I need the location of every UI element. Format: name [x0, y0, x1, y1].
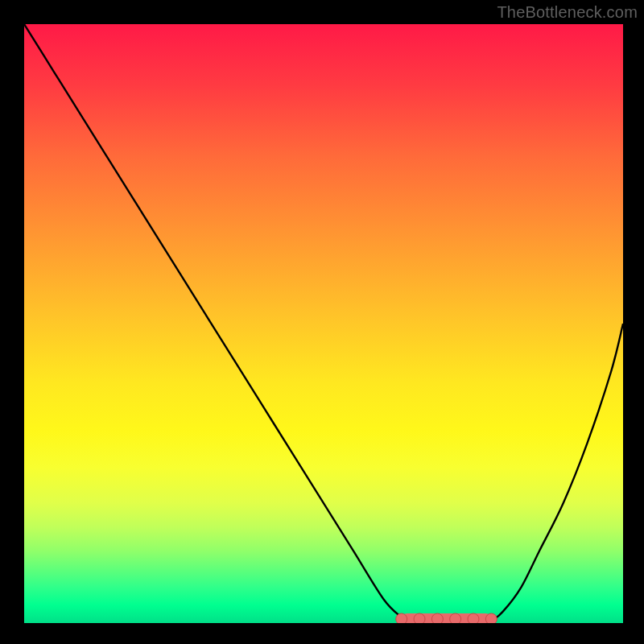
chart-svg [24, 24, 623, 623]
trough-marker [485, 613, 497, 623]
trough-marker [431, 613, 443, 623]
trough-marker [450, 613, 461, 623]
bottleneck-curve [24, 24, 623, 623]
trough-marker [468, 613, 479, 623]
chart-container [24, 24, 623, 623]
watermark-text: TheBottleneck.com [497, 3, 638, 22]
trough-marker-group [396, 613, 497, 623]
trough-marker [396, 613, 407, 623]
trough-marker [414, 613, 425, 623]
